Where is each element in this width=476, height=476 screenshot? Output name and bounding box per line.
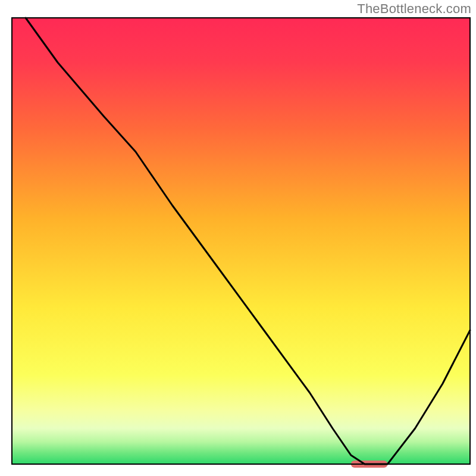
bottleneck-chart: TheBottleneck.com — [0, 0, 476, 476]
plot-background — [12, 18, 470, 464]
chart-svg — [0, 0, 476, 476]
watermark-text: TheBottleneck.com — [357, 1, 471, 17]
